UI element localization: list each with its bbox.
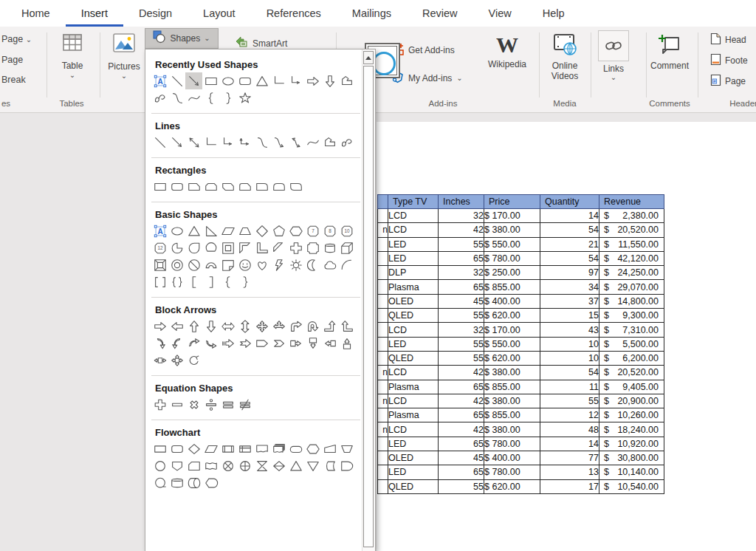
table-cell[interactable]: $ 780.00 [484, 251, 540, 265]
table-cell[interactable]: $42,120.00 [599, 251, 664, 265]
shape-snip-round-single-corner-rectangle[interactable] [236, 178, 253, 195]
tab-design[interactable]: Design [123, 0, 188, 27]
shape-pentagon[interactable] [270, 222, 287, 239]
table-cell[interactable] [378, 280, 388, 294]
table-cell[interactable] [378, 251, 388, 265]
shape-hexagon[interactable] [287, 222, 304, 239]
shape-snip-same-side-corner-rectangle[interactable] [202, 178, 219, 195]
tab-references[interactable]: References [251, 0, 337, 27]
table-cell[interactable]: 11 [540, 380, 599, 394]
shape-can[interactable] [321, 239, 338, 256]
shape-right-triangle[interactable] [202, 222, 219, 239]
shape-parallelogram[interactable] [219, 222, 236, 239]
table-cell[interactable]: 55 [439, 237, 484, 251]
shape-up-arrow-callout[interactable] [338, 335, 355, 352]
shape-sun[interactable] [287, 256, 304, 273]
table-cell[interactable]: 21 [540, 237, 599, 251]
shape-multidocument[interactable] [270, 440, 287, 457]
shape-octagon-8[interactable]: 8 [321, 222, 338, 239]
table-cell[interactable]: n [378, 223, 388, 237]
shape-sort[interactable] [270, 457, 287, 474]
table-cell[interactable]: 65 [439, 408, 484, 422]
table-cell[interactable]: $20,900.00 [599, 394, 664, 408]
table-cell[interactable]: $29,070.00 [599, 280, 664, 294]
table-cell[interactable]: LCD [388, 394, 439, 408]
table-cell[interactable]: OLED [388, 294, 439, 308]
cover-page-button[interactable]: Page ⌄ [1, 34, 32, 44]
shape-down-arrow[interactable] [321, 72, 338, 89]
table-cell[interactable]: LED [388, 237, 439, 251]
shape-snip-diagonal-corner-rectangle[interactable] [219, 178, 236, 195]
col-header-price[interactable]: Price [484, 195, 540, 209]
shape-terminator[interactable] [287, 440, 304, 457]
shape-circular-arrow[interactable] [185, 352, 202, 369]
table-cell[interactable]: $ 855.00 [484, 280, 540, 294]
shape-pentagon-arrow[interactable] [253, 335, 270, 352]
shape-right-brace[interactable] [236, 273, 253, 290]
table-cell[interactable]: $2,380.00 [599, 209, 664, 223]
table-cell[interactable]: 55 [439, 351, 484, 365]
table-cell[interactable] [378, 209, 388, 223]
shape-curve[interactable] [304, 134, 321, 151]
shape-diamond[interactable] [253, 222, 270, 239]
shape-curved-double-arrow-connector[interactable] [287, 134, 304, 151]
shape-round-diagonal-corner-rectangle[interactable] [287, 178, 304, 195]
table-cell[interactable]: $24,250.00 [599, 266, 664, 280]
shape-rounded-rectangle[interactable] [168, 178, 185, 195]
table-cell[interactable] [378, 323, 388, 337]
shape-elbow-arrow-connector[interactable] [287, 72, 304, 89]
shape-curved-up-arrow[interactable] [185, 335, 202, 352]
tab-view[interactable]: View [473, 0, 527, 27]
table-cell[interactable]: $ 620.00 [484, 351, 540, 365]
shape-moon[interactable] [304, 256, 321, 273]
table-cell[interactable]: 65 [439, 465, 484, 479]
shape-l-shape[interactable] [253, 239, 270, 256]
shape-curved-left-arrow[interactable] [168, 335, 185, 352]
table-cell[interactable]: 55 [540, 394, 599, 408]
shape-arc[interactable] [338, 256, 355, 273]
table-cell[interactable]: QLED [388, 351, 439, 365]
tab-home[interactable]: Home [6, 0, 66, 27]
table-cell[interactable]: 54 [540, 251, 599, 265]
shape-curved-down-arrow[interactable] [202, 335, 219, 352]
shape-off-page-connector[interactable] [168, 457, 185, 474]
table-cell[interactable]: 14 [540, 437, 599, 451]
table-cell[interactable]: 34 [540, 280, 599, 294]
shape-left-right-arrow[interactable] [219, 318, 236, 335]
blank-page-button[interactable]: Page [1, 55, 23, 65]
table-cell[interactable]: n [378, 394, 388, 408]
shape-folded-corner[interactable] [219, 256, 236, 273]
tab-help[interactable]: Help [527, 0, 580, 27]
online-videos-button[interactable]: Online Videos [544, 32, 585, 81]
col-header-inches[interactable]: Inches [439, 195, 484, 209]
table-cell[interactable]: 14 [540, 209, 599, 223]
table-button[interactable]: Table ⌄ [53, 31, 92, 78]
shape-cube[interactable] [338, 239, 355, 256]
shape-curved-arrow-connector[interactable] [270, 134, 287, 151]
shape-arrow[interactable] [168, 134, 185, 151]
table-cell[interactable]: LCD [388, 366, 439, 380]
table-cell[interactable]: $ 780.00 [484, 465, 540, 479]
shape-left-brace[interactable] [202, 89, 219, 106]
my-add-ins-button[interactable]: My Add-ins ⌄ [391, 71, 463, 86]
links-button[interactable]: Links ⌄ [597, 30, 630, 80]
shape-process[interactable] [151, 440, 168, 457]
table-cell[interactable] [378, 437, 388, 451]
shape-half-frame[interactable] [236, 239, 253, 256]
table-cell[interactable]: $ 855.00 [484, 408, 540, 422]
shape-scribble[interactable] [338, 134, 355, 151]
shape-up-arrow[interactable] [185, 318, 202, 335]
table-cell[interactable]: 65 [439, 251, 484, 265]
shape-bent-up-arrow[interactable] [321, 318, 338, 335]
shape-internal-storage[interactable] [236, 440, 253, 457]
scrollbar-thumb[interactable] [363, 66, 374, 547]
shape-document[interactable] [253, 440, 270, 457]
table-cell[interactable]: $ 855.00 [484, 380, 540, 394]
shape-block-arc[interactable] [202, 256, 219, 273]
table-cell[interactable]: QLED [388, 479, 439, 493]
shape-math-equal[interactable] [219, 396, 236, 413]
table-cell[interactable]: LCD [388, 209, 439, 223]
shapes-button[interactable]: Shapes ⌄ [145, 28, 219, 49]
shape-double-bracket[interactable] [151, 273, 168, 290]
table-cell[interactable]: $20,520.00 [599, 223, 664, 237]
